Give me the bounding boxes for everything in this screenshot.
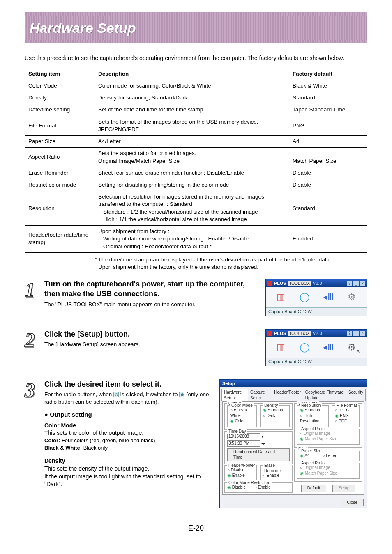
radio-par-match[interactable]: Match Paper Size xyxy=(300,471,357,476)
step-number-2: 2 xyxy=(25,329,44,349)
table-row: Resolution Selection of resolution for i… xyxy=(25,191,367,226)
tab-hardware-setup[interactable]: Hardware Setup xyxy=(221,389,248,401)
table-row: Restrict color modeSetting for disabling… xyxy=(25,179,367,191)
table-row: Aspect RatioSets the aspect ratio for pr… xyxy=(25,148,367,167)
step-3-sub: For the radio buttons, when is clicked, … xyxy=(44,391,225,406)
radio-color[interactable]: Color xyxy=(230,418,254,424)
radio-bw[interactable]: Black & White xyxy=(230,407,254,418)
radio-sar-match[interactable]: Match Paper Size xyxy=(300,436,357,442)
table-footnote: * The date/time stamp can be displayed a… xyxy=(95,256,367,271)
radio-res-high[interactable]: High Resolution xyxy=(300,413,326,424)
group-resolution: Resolution Standard High Resolution xyxy=(297,405,329,427)
transfer-icon[interactable]: ◂Ⅲ xyxy=(321,341,336,354)
group-color-mode: Color Mode Black & White Color xyxy=(227,405,257,427)
tab-header-footer[interactable]: Header/Footer xyxy=(272,389,303,401)
group-scan-aspect: Aspect Ratio Original Image Match Paper … xyxy=(297,429,360,445)
time-field[interactable]: 3:51:09 PM xyxy=(227,440,260,447)
app-icon xyxy=(267,281,272,286)
setup-button[interactable]: Setup xyxy=(332,485,355,492)
tab-capture-setup[interactable]: Capture Setup xyxy=(248,389,272,401)
step-3-title: Click the desired item to select it. xyxy=(44,379,225,389)
group-print-aspect: Aspect Ratio Original Image Match Paper … xyxy=(297,463,360,479)
close-button[interactable]: Close xyxy=(341,499,364,506)
th-setting-item: Setting item xyxy=(25,68,95,80)
color-mode-desc: This sets the color of the output image. xyxy=(44,429,225,437)
app-icon xyxy=(267,331,272,336)
read-date-button[interactable]: Read current Date and Time xyxy=(227,448,290,461)
step-1: 1 PLUS TOOL BOX V2.0 ? _ × xyxy=(25,279,367,320)
radio-dark[interactable]: Dark xyxy=(263,413,287,419)
table-row: Header/footer (date/time stamp) Upon shi… xyxy=(25,226,367,253)
group-density: Density Standard Dark xyxy=(260,405,290,427)
minimize-icon[interactable]: _ xyxy=(353,281,359,286)
setup-icon-hover[interactable]: ⚙↖ xyxy=(344,341,359,354)
table-row: DensityDensity for scanning, Standard/Da… xyxy=(25,92,367,104)
page-title: Hardware Setup xyxy=(30,19,362,38)
table-row: Paper SizeA4/LetterA4 xyxy=(25,136,367,148)
transfer-icon[interactable]: ◂Ⅲ xyxy=(321,291,336,304)
table-row: Color ModeColor mode for scanning, Color… xyxy=(25,80,367,92)
table-row: Date/time settingSet of the date and tim… xyxy=(25,104,367,116)
group-paper-size: Paper Size A4 Letter xyxy=(297,451,360,462)
toolbox-window-1: PLUS TOOL BOX V2.0 ? _ × ▥ ◯ ◂Ⅲ xyxy=(265,279,367,316)
density-desc-2: If the output image is too light with th… xyxy=(44,473,225,488)
group-color-mode-restriction: Color Mode Restriction Disable Enable xyxy=(224,482,293,493)
scan-icon[interactable]: ▥ xyxy=(274,291,288,304)
radio-off-icon xyxy=(113,392,119,397)
minimize-icon[interactable]: _ xyxy=(353,331,359,336)
page-title-banner: Hardware Setup xyxy=(25,12,367,43)
help-icon[interactable]: ? xyxy=(347,281,352,286)
radio-png[interactable]: PNG xyxy=(335,413,357,419)
group-print: Print Paper Size A4 Letter Aspect Ratio … xyxy=(294,449,362,482)
density-desc-1: This sets the density of the output imag… xyxy=(44,465,225,473)
group-time-day: Time Day 10/15/2008 ▾ 3:51:09 PM ◂▸ Read… xyxy=(224,431,293,464)
color-mode-heading: Color Mode xyxy=(44,422,225,429)
group-scan-data: Scan Data Resolution Standard High Resol… xyxy=(294,403,362,448)
setup-icon[interactable]: ⚙ xyxy=(344,291,359,304)
help-icon[interactable]: ? xyxy=(347,331,352,336)
group-erase-reminder: Erase Reminder Disable Enable xyxy=(260,465,293,481)
step-number-3: 3 xyxy=(25,379,44,399)
density-heading: Density xyxy=(44,457,225,465)
scan-icon[interactable]: ▥ xyxy=(274,341,288,354)
radio-hf-enable[interactable]: Enable xyxy=(227,473,254,478)
close-icon[interactable]: × xyxy=(360,281,365,286)
th-description: Description xyxy=(95,68,289,80)
status-bar: CaptureBoard C-12W xyxy=(266,358,367,366)
page-number: E-20 xyxy=(25,523,367,533)
output-setting-heading: Output setting xyxy=(44,411,225,419)
default-button[interactable]: Default xyxy=(301,485,327,492)
setup-tabs: Hardware Setup Capture Setup Header/Foot… xyxy=(220,387,367,401)
settings-table: Setting item Description Factory default… xyxy=(25,68,367,253)
step-3: 3 Setup Hardware Setup Capture Setup Hea… xyxy=(25,379,367,512)
group-output: Output Color Mode Black & White Color De… xyxy=(224,403,293,430)
toolbox-window-2: PLUS TOOL BOX V2.0 ? _ × ▥ ◯ ◂Ⅲ xyxy=(265,329,367,366)
status-bar: CaptureBoard C-12W xyxy=(266,307,367,316)
group-header-footer: Header/Footer Disable Enable xyxy=(224,465,257,481)
intro-text: Use this procedure to set the captureboa… xyxy=(25,54,367,62)
setup-dialog-title: Setup xyxy=(220,380,367,388)
mark-icon[interactable]: ◯ xyxy=(297,291,312,304)
radio-letter[interactable]: Letter xyxy=(322,453,336,459)
step-2: 2 PLUS TOOL BOX V2.0 ? _ × xyxy=(25,329,367,370)
th-factory-default: Factory default xyxy=(289,68,367,80)
mark-icon[interactable]: ◯ xyxy=(297,341,312,354)
table-row: File FormatSets the format of the images… xyxy=(25,116,367,135)
radio-pdf[interactable]: PDF xyxy=(335,418,357,424)
table-row: Erase ReminderSheet rear surface erase r… xyxy=(25,167,367,179)
step-number-1: 1 xyxy=(25,279,44,299)
group-file-format: File Format JPEG PNG PDF xyxy=(332,405,360,427)
tab-security[interactable]: Security xyxy=(346,389,366,401)
close-icon[interactable]: × xyxy=(360,331,365,336)
setup-dialog: Setup Hardware Setup Capture Setup Heade… xyxy=(219,379,367,508)
radio-on-icon xyxy=(179,392,184,397)
tab-firmware-update[interactable]: Copyboard Firmware Update xyxy=(303,389,346,401)
